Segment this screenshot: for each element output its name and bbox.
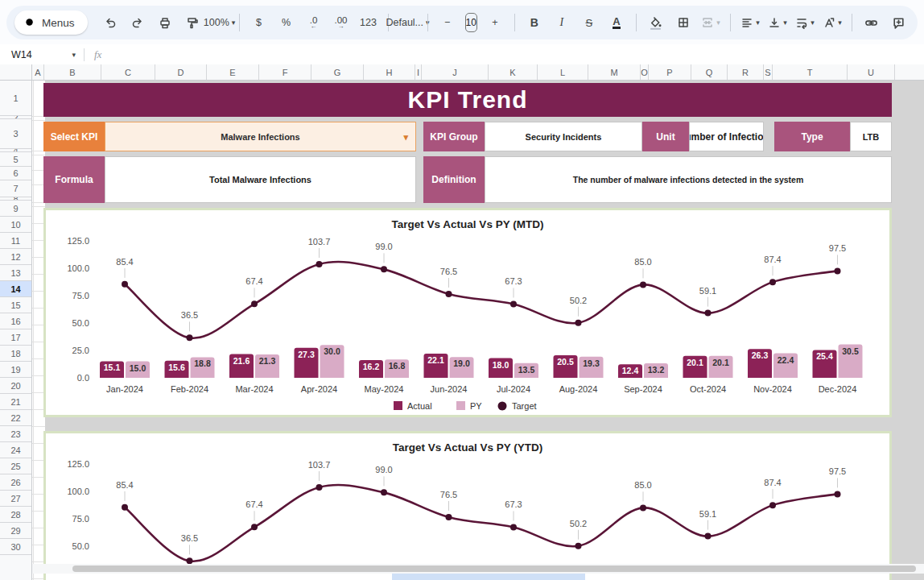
horizontal-scrollbar-thumb[interactable] (72, 566, 916, 572)
menus-button[interactable]: Menus (14, 10, 88, 35)
row-header-16[interactable]: 16 (0, 313, 31, 329)
insert-comment-button[interactable] (886, 11, 912, 34)
strikethrough-button[interactable]: S (576, 11, 602, 34)
text-wrap-button[interactable]: ▾ (792, 11, 818, 34)
row-header-15[interactable]: 15 (0, 297, 31, 313)
font-size-input[interactable]: 10 (465, 13, 477, 32)
column-header-A[interactable]: A (32, 64, 44, 80)
row-header-10[interactable]: 10 (0, 217, 31, 233)
svg-text:125.0: 125.0 (67, 236, 89, 246)
name-box[interactable]: W14 ▾ (0, 49, 84, 60)
fill-color-button[interactable] (643, 11, 669, 34)
more-formats-button[interactable]: 123 (356, 11, 382, 34)
column-header-E[interactable]: E (207, 64, 259, 80)
svg-text:99.0: 99.0 (375, 242, 392, 251)
column-header-F[interactable]: F (259, 64, 311, 80)
divider (636, 14, 637, 31)
row-header-18[interactable]: 18 (0, 346, 31, 362)
row-header-12[interactable]: 12 (0, 249, 31, 265)
row-header-1[interactable]: 1 (0, 81, 31, 116)
column-header-T[interactable]: T (773, 64, 848, 80)
column-header-O[interactable]: O (641, 64, 649, 80)
kpi-dropdown[interactable]: Malware Infections ▾ (105, 122, 416, 151)
format-percent-button[interactable]: % (274, 11, 299, 34)
row-header-14[interactable]: 14 (0, 281, 31, 297)
svg-text:21.3: 21.3 (259, 356, 276, 366)
row-header-13[interactable]: 13 (0, 265, 31, 281)
column-header-U[interactable]: U (848, 64, 895, 80)
column-header-P[interactable]: P (649, 64, 691, 80)
column-header-B[interactable]: B (44, 64, 101, 80)
row-header-19[interactable]: 19 (0, 362, 31, 378)
row-header-11[interactable]: 11 (0, 233, 31, 249)
row-header-24[interactable]: 24 (0, 442, 31, 458)
row-header-20[interactable]: 20 (0, 378, 31, 394)
column-header-Q[interactable]: Q (691, 64, 728, 80)
decrease-font-button[interactable]: − (435, 11, 460, 34)
row-header-30[interactable]: 30 (0, 539, 31, 555)
chart-ytd[interactable]: Target Vs Actual Vs PY (YTD)125.0100.075… (43, 431, 892, 580)
row-header-22[interactable]: 22 (0, 410, 31, 426)
row-header-17[interactable]: 17 (0, 329, 31, 346)
zoom-select[interactable]: 100%▾ (207, 11, 233, 34)
horizontal-align-button[interactable]: ▾ (737, 11, 763, 34)
column-header-D[interactable]: D (155, 64, 207, 80)
insert-link-button[interactable] (859, 11, 885, 34)
undo-button[interactable] (97, 11, 123, 34)
row-header-29[interactable]: 29 (0, 523, 31, 539)
insert-chart-button[interactable] (914, 11, 918, 34)
column-header-L[interactable]: L (538, 64, 588, 80)
select-all-corner[interactable] (0, 64, 32, 81)
svg-text:19.3: 19.3 (583, 358, 600, 368)
chart-svg: Target Vs Actual Vs PY (MTD)125.0100.075… (46, 210, 889, 415)
redo-button[interactable] (125, 11, 151, 34)
column-header-M[interactable]: M (588, 64, 641, 80)
svg-text:Jan-2024: Jan-2024 (106, 384, 143, 394)
row-header-23[interactable]: 23 (0, 426, 31, 442)
increase-font-button[interactable]: + (482, 11, 508, 34)
increase-decimal-button[interactable]: .00→ (328, 11, 354, 34)
column-header-S[interactable]: S (764, 64, 773, 80)
row-header-6[interactable]: 6 (0, 167, 31, 180)
dashboard-title: KPI Trend (43, 83, 892, 117)
text-color-button[interactable]: A (604, 11, 629, 34)
svg-text:85.4: 85.4 (116, 257, 133, 267)
font-select[interactable]: Defaul...▾ (395, 11, 421, 34)
row-header-25[interactable]: 25 (0, 458, 31, 474)
print-button[interactable] (152, 11, 178, 34)
svg-text:PY: PY (470, 401, 482, 411)
paint-format-button[interactable] (179, 11, 205, 34)
format-currency-button[interactable]: $ (246, 11, 272, 34)
row-header-3[interactable]: 3 (0, 119, 31, 149)
chart-mtd[interactable]: Target Vs Actual Vs PY (MTD)125.0100.075… (43, 208, 892, 417)
italic-button[interactable]: I (549, 11, 575, 34)
svg-text:50.2: 50.2 (570, 519, 587, 528)
borders-button[interactable] (670, 11, 696, 34)
merge-cells-button[interactable]: ▾ (698, 11, 724, 34)
row-header-27[interactable]: 27 (0, 491, 31, 507)
row-header-26[interactable]: 26 (0, 474, 31, 491)
divider (514, 14, 515, 31)
column-header-H[interactable]: H (364, 64, 415, 80)
sheet-grid[interactable]: KPI Trend Select KPI Malware Infections … (32, 81, 924, 580)
row-header-7[interactable]: 7 (0, 180, 31, 197)
column-header-G[interactable]: G (311, 64, 364, 80)
column-header-I[interactable]: I (415, 64, 422, 80)
column-header-C[interactable]: C (101, 64, 155, 80)
svg-text:50.0: 50.0 (72, 318, 89, 328)
row-header-5[interactable]: 5 (0, 152, 31, 167)
vertical-align-button[interactable]: ▾ (765, 11, 790, 34)
column-header-K[interactable]: K (489, 64, 538, 80)
svg-text:50.0: 50.0 (72, 541, 89, 551)
bold-button[interactable]: B (522, 11, 547, 34)
decrease-decimal-button[interactable]: .0← (301, 11, 327, 34)
svg-text:85.0: 85.0 (634, 480, 651, 490)
row-header-28[interactable]: 28 (0, 507, 31, 523)
column-header-J[interactable]: J (422, 64, 489, 80)
chevron-down-icon: ▾ (232, 19, 236, 27)
text-rotation-button[interactable]: ▾ (819, 11, 845, 34)
row-header-9[interactable]: 9 (0, 201, 31, 217)
row-header-21[interactable]: 21 (0, 394, 31, 410)
formula-input[interactable] (101, 44, 924, 64)
column-header-R[interactable]: R (728, 64, 764, 80)
